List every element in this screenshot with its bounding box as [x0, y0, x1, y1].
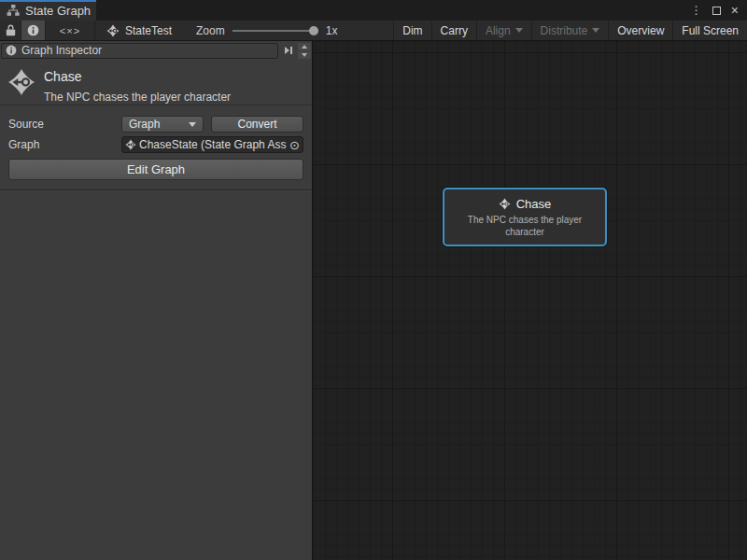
zoom-value: 1x — [326, 24, 338, 37]
graph-object-value: ChaseState (State Graph Ass — [139, 138, 287, 151]
distribute-button-label: Distribute — [541, 24, 588, 37]
edit-graph-button[interactable]: Edit Graph — [8, 159, 303, 180]
dock-right-icon — [285, 47, 289, 54]
carry-button-label: Carry — [441, 24, 468, 37]
state-icon — [499, 198, 511, 210]
fullscreen-button[interactable]: Full Screen — [672, 21, 747, 40]
dropdown-caret-icon — [189, 122, 196, 127]
lock-icon — [6, 24, 16, 36]
zoom-label: Zoom — [196, 24, 225, 37]
source-row: Source Graph Convert — [8, 116, 303, 133]
tab-state-graph[interactable]: State Graph — [0, 0, 96, 21]
inspector-empty-area — [0, 190, 312, 560]
inspector-fields: Source Graph Convert Graph — [0, 105, 312, 190]
graph-inspector-panel: Graph Inspector — [0, 41, 313, 560]
inspector-toggle-button[interactable] — [21, 21, 46, 40]
toolbar-right-group: Dim Carry Align Distribute Overview Full… — [393, 21, 747, 40]
code-icon: <×> — [60, 25, 80, 36]
chevron-down-icon — [302, 53, 307, 57]
inspector-header-title: Graph Inspector — [21, 44, 102, 57]
align-button-label: Align — [486, 24, 511, 37]
code-view-button[interactable]: <×> — [46, 21, 94, 40]
toolbar: <×> StateTest Zoom 1x Dim — [0, 21, 747, 41]
info-icon — [6, 45, 17, 56]
convert-button[interactable]: Convert — [211, 116, 303, 133]
node-description: The NPC chases the player character — [450, 214, 599, 238]
state-graph-asset-icon — [125, 139, 136, 150]
graph-reference-button[interactable]: StateTest — [95, 21, 183, 40]
maximize-icon[interactable] — [712, 7, 721, 15]
node-title: Chase — [516, 197, 552, 211]
state-description: The NPC chases the player character — [44, 91, 231, 104]
hierarchy-icon — [7, 5, 20, 16]
object-picker-icon[interactable]: ⊙ — [289, 139, 301, 151]
carry-button[interactable]: Carry — [431, 21, 476, 40]
overview-button[interactable]: Overview — [608, 21, 672, 40]
distribute-dropdown-caret-icon — [592, 28, 599, 33]
window-menu-icon[interactable]: ⋮ — [691, 5, 702, 16]
convert-button-label: Convert — [237, 118, 276, 131]
scroll-down-button[interactable] — [298, 51, 311, 59]
zoom-control: Zoom 1x — [183, 21, 337, 40]
state-graph-window: State Graph ⋮ × — [0, 0, 747, 560]
dim-button-label: Dim — [402, 24, 422, 37]
inspector-header-selector[interactable]: Graph Inspector — [1, 43, 278, 59]
align-dropdown-caret-icon — [515, 28, 523, 33]
dock-panel-button[interactable] — [280, 43, 296, 59]
lock-button[interactable] — [0, 21, 21, 40]
scroll-up-button[interactable] — [298, 43, 311, 50]
tab-title: State Graph — [25, 4, 91, 18]
node-title-row: Chase — [499, 197, 552, 211]
dim-button[interactable]: Dim — [393, 21, 430, 40]
graph-object-field[interactable]: ChaseState (State Graph Ass ⊙ — [121, 136, 303, 153]
source-label: Source — [8, 118, 121, 131]
panel-scroll-spinner — [298, 43, 311, 59]
align-button[interactable]: Align — [476, 21, 531, 40]
graph-reference-label: StateTest — [125, 24, 172, 37]
info-icon — [27, 24, 39, 36]
zoom-slider-thumb[interactable] — [309, 26, 318, 35]
graph-canvas[interactable]: Chase The NPC chases the player characte… — [313, 41, 747, 560]
source-dropdown[interactable]: Graph — [121, 116, 204, 133]
chevron-up-icon — [302, 45, 307, 49]
overview-button-label: Overview — [617, 24, 664, 37]
source-dropdown-value: Graph — [129, 118, 160, 131]
graph-row: Graph ChaseState (Stat — [8, 136, 303, 153]
state-summary-text: Chase The NPC chases the player characte… — [44, 68, 231, 104]
titlebar: State Graph ⋮ × — [0, 0, 747, 21]
window-controls: ⋮ × — [691, 0, 747, 21]
state-graph-icon — [106, 24, 120, 37]
edit-graph-button-label: Edit Graph — [127, 162, 185, 176]
distribute-button[interactable]: Distribute — [531, 21, 609, 40]
graph-label: Graph — [8, 138, 121, 151]
close-icon[interactable]: × — [731, 4, 739, 17]
main-area: Graph Inspector — [0, 41, 747, 560]
inspector-header-row: Graph Inspector — [0, 41, 312, 59]
chase-state-node[interactable]: Chase The NPC chases the player characte… — [443, 188, 607, 246]
state-title: Chase — [44, 69, 231, 84]
dock-right-icon-bar — [290, 47, 292, 54]
state-icon — [7, 68, 35, 96]
fullscreen-button-label: Full Screen — [682, 24, 739, 37]
state-summary-header: Chase The NPC chases the player characte… — [0, 59, 312, 105]
tab-active-indicator — [0, 0, 96, 2]
zoom-slider[interactable] — [233, 30, 318, 32]
